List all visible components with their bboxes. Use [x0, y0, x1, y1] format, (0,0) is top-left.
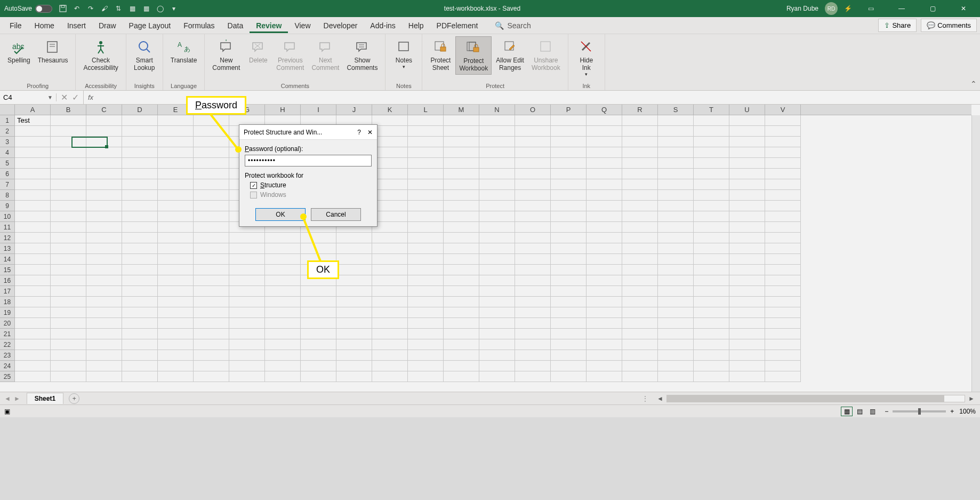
- cell[interactable]: [51, 318, 86, 329]
- zoom-slider[interactable]: [893, 410, 946, 412]
- cell[interactable]: [515, 329, 551, 339]
- cell[interactable]: [444, 371, 479, 382]
- cell[interactable]: [194, 286, 229, 297]
- cell[interactable]: [515, 201, 551, 211]
- cell[interactable]: [622, 137, 658, 147]
- cell[interactable]: [622, 307, 658, 318]
- cell[interactable]: [622, 222, 658, 233]
- protect-sheet-button[interactable]: Protect Sheet: [427, 36, 454, 74]
- row-header[interactable]: 16: [0, 275, 14, 286]
- cell[interactable]: [515, 265, 551, 275]
- cell[interactable]: [336, 233, 372, 243]
- cell[interactable]: [765, 179, 801, 190]
- cell[interactable]: [408, 318, 444, 329]
- cell[interactable]: [729, 361, 765, 371]
- close-button[interactable]: ✕: [951, 0, 976, 17]
- cell[interactable]: [122, 350, 158, 361]
- cell[interactable]: [372, 318, 408, 329]
- undo-icon[interactable]: ↶: [73, 4, 81, 13]
- cell[interactable]: [658, 361, 694, 371]
- cell[interactable]: [15, 222, 51, 233]
- row-headers[interactable]: 1234567891011121314151617181920212223242…: [0, 115, 15, 382]
- row-header[interactable]: 20: [0, 318, 14, 329]
- cell[interactable]: [86, 158, 122, 169]
- ribbon-display-icon[interactable]: ▭: [858, 0, 883, 17]
- cell[interactable]: [265, 339, 301, 350]
- cell[interactable]: [408, 137, 444, 147]
- cell[interactable]: [515, 318, 551, 329]
- cell[interactable]: [587, 169, 622, 179]
- autosave-toggle[interactable]: AutoSave: [4, 5, 52, 13]
- cell[interactable]: [265, 243, 301, 254]
- cell[interactable]: [479, 286, 515, 297]
- cell[interactable]: [408, 286, 444, 297]
- cell[interactable]: [86, 169, 122, 179]
- cell[interactable]: [229, 286, 265, 297]
- cell[interactable]: [301, 286, 336, 297]
- cell[interactable]: [158, 222, 194, 233]
- cell[interactable]: [122, 169, 158, 179]
- cell[interactable]: [194, 318, 229, 329]
- cell[interactable]: [479, 297, 515, 307]
- smart-lookup-button[interactable]: Smart Lookup: [131, 36, 158, 74]
- cell[interactable]: [86, 339, 122, 350]
- cell[interactable]: [265, 265, 301, 275]
- cell[interactable]: [158, 147, 194, 158]
- cell[interactable]: [551, 201, 587, 211]
- cell[interactable]: [587, 286, 622, 297]
- cell[interactable]: [15, 265, 51, 275]
- scroll-right-icon[interactable]: ►: [967, 395, 976, 402]
- cell[interactable]: [515, 147, 551, 158]
- row-header[interactable]: 23: [0, 350, 14, 361]
- cell[interactable]: [551, 147, 587, 158]
- cell[interactable]: [122, 190, 158, 201]
- ok-button[interactable]: OK: [255, 208, 306, 221]
- cell[interactable]: [372, 361, 408, 371]
- sheet-tab[interactable]: Sheet1: [27, 393, 63, 404]
- cell[interactable]: [408, 201, 444, 211]
- cell[interactable]: [86, 350, 122, 361]
- brush-icon[interactable]: 🖌: [100, 4, 109, 13]
- cell[interactable]: [122, 158, 158, 169]
- cell[interactable]: [229, 265, 265, 275]
- cell[interactable]: [265, 286, 301, 297]
- cell[interactable]: [622, 329, 658, 339]
- cell[interactable]: [122, 265, 158, 275]
- collapse-ribbon-button[interactable]: ⌃: [970, 80, 977, 88]
- column-header[interactable]: H: [265, 105, 301, 115]
- cell[interactable]: [694, 350, 729, 361]
- cell[interactable]: [729, 201, 765, 211]
- cell[interactable]: [479, 254, 515, 265]
- cell[interactable]: [622, 286, 658, 297]
- row-header[interactable]: 7: [0, 179, 14, 190]
- cell[interactable]: [158, 265, 194, 275]
- column-header[interactable]: D: [122, 105, 158, 115]
- cell[interactable]: [515, 286, 551, 297]
- cell[interactable]: [15, 169, 51, 179]
- cell[interactable]: [444, 297, 479, 307]
- cell[interactable]: [51, 339, 86, 350]
- cell[interactable]: [372, 201, 408, 211]
- cell[interactable]: [765, 158, 801, 169]
- cell[interactable]: [15, 158, 51, 169]
- cell[interactable]: [694, 254, 729, 265]
- cell[interactable]: [444, 329, 479, 339]
- cell[interactable]: [765, 307, 801, 318]
- cell[interactable]: [729, 307, 765, 318]
- cell[interactable]: [15, 147, 51, 158]
- record-macro-icon[interactable]: ▣: [4, 408, 10, 415]
- cell[interactable]: [515, 307, 551, 318]
- chevron-down-icon[interactable]: ▼: [47, 94, 53, 100]
- cell[interactable]: [765, 190, 801, 201]
- cell[interactable]: [265, 275, 301, 286]
- row-header[interactable]: 25: [0, 371, 14, 382]
- cell[interactable]: [194, 254, 229, 265]
- cell[interactable]: [622, 339, 658, 350]
- cell[interactable]: [765, 371, 801, 382]
- cell[interactable]: [479, 350, 515, 361]
- cell[interactable]: [265, 307, 301, 318]
- cell[interactable]: [158, 190, 194, 201]
- cell[interactable]: [408, 339, 444, 350]
- cell[interactable]: [729, 254, 765, 265]
- help-button[interactable]: ?: [357, 129, 361, 136]
